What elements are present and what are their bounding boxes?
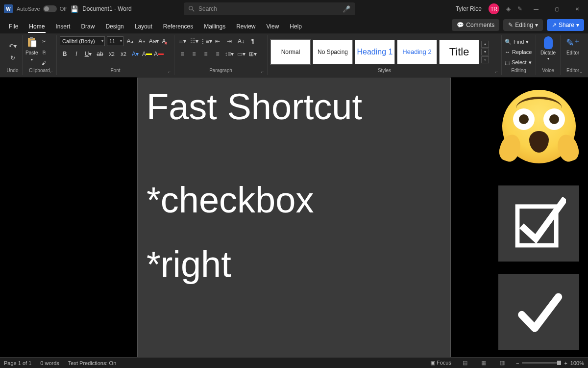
tab-design[interactable]: Design xyxy=(100,20,128,33)
zoom-in-icon[interactable]: + xyxy=(564,360,567,366)
zoom-slider[interactable] xyxy=(522,362,561,364)
highlight-button[interactable]: A xyxy=(142,49,152,59)
paste-button[interactable]: Paste ▾ xyxy=(25,36,38,62)
bold-button[interactable]: B xyxy=(60,49,70,59)
dictate-button[interactable]: Dictate ▾ xyxy=(539,36,557,61)
styles-scroll-down[interactable]: ▾ xyxy=(481,49,489,55)
shading-button[interactable]: ▭▾ xyxy=(236,49,246,59)
style-title[interactable]: Title xyxy=(439,40,479,64)
font-dialog-launcher[interactable]: ⌐ xyxy=(168,69,173,74)
font-color-button[interactable]: A xyxy=(154,49,164,59)
autosave-label: AutoSave xyxy=(17,6,40,12)
doc-line-1: Fast Shortcut xyxy=(147,88,441,126)
editing-mode-button[interactable]: ✎ Editing ▾ xyxy=(503,19,543,31)
decrease-indent-button[interactable]: ⇤ xyxy=(213,36,222,46)
multilevel-button[interactable]: ⋮≡▾ xyxy=(201,36,211,46)
change-case-button[interactable]: Aa▾ xyxy=(149,36,159,46)
increase-indent-button[interactable]: ⇥ xyxy=(224,36,234,46)
align-left-button[interactable]: ≡ xyxy=(177,49,187,59)
font-name-select[interactable]: Calibri (Body)▾ xyxy=(60,36,105,46)
mic-icon[interactable]: 🎤 xyxy=(343,5,350,13)
word-app-icon: W xyxy=(4,4,13,13)
checkbox-icon xyxy=(512,197,566,251)
status-page[interactable]: Page 1 of 1 xyxy=(4,360,31,366)
avatar[interactable]: TR xyxy=(489,3,499,14)
style-normal[interactable]: Normal xyxy=(270,40,311,64)
checkbox-overlay xyxy=(498,185,579,262)
tab-help[interactable]: Help xyxy=(285,20,307,33)
font-size-select[interactable]: 11▾ xyxy=(107,36,123,46)
focus-mode-button[interactable]: ▣ Focus xyxy=(430,360,451,366)
status-bar: Page 1 of 1 0 words Text Predictions: On… xyxy=(0,357,588,368)
search-input[interactable]: Search 🎤 xyxy=(184,2,355,15)
superscript-button[interactable]: x2 xyxy=(119,49,128,59)
shrink-font-button[interactable]: A▼ xyxy=(137,36,147,46)
redo-button[interactable]: ↻ xyxy=(8,53,18,63)
bullets-button[interactable]: ≣▾ xyxy=(177,36,187,46)
styles-dialog-launcher[interactable]: ⌐ xyxy=(495,69,500,74)
user-name[interactable]: Tyler Rice xyxy=(456,5,482,12)
justify-button[interactable]: ≡ xyxy=(213,49,222,59)
status-predictions[interactable]: Text Predictions: On xyxy=(68,360,116,366)
zoom-value[interactable]: 100% xyxy=(570,360,584,366)
text-effects-button[interactable]: A▾ xyxy=(130,49,140,59)
clear-format-button[interactable]: A✖ xyxy=(161,36,171,46)
status-words[interactable]: 0 words xyxy=(40,360,59,366)
save-icon[interactable]: 💾 xyxy=(71,5,78,13)
tab-mailings[interactable]: Mailings xyxy=(199,20,230,33)
styles-scroll-up[interactable]: ▴ xyxy=(481,41,489,48)
read-mode-button[interactable]: ▤ xyxy=(460,359,470,367)
minimize-button[interactable]: — xyxy=(529,0,543,18)
cut-button[interactable]: ✂ xyxy=(40,37,48,45)
zoom-out-icon[interactable]: − xyxy=(516,360,519,366)
underline-button[interactable]: U▾ xyxy=(83,49,93,59)
format-painter-button[interactable]: 🖌 xyxy=(40,59,48,67)
editor-button[interactable]: ✎⁺ Editor xyxy=(564,36,582,55)
tab-view[interactable]: View xyxy=(262,20,284,33)
select-button[interactable]: ⬚ Select ▾ xyxy=(505,58,532,67)
styles-expand[interactable]: ▿ xyxy=(481,56,489,63)
autosave-toggle[interactable]: AutoSave Off xyxy=(17,5,67,12)
collapse-ribbon[interactable]: ⌄ xyxy=(579,69,584,74)
comments-button[interactable]: 💬 Comments xyxy=(452,19,499,31)
show-marks-button[interactable]: ¶ xyxy=(248,36,258,46)
scream-emoji-icon xyxy=(502,90,576,163)
zoom-control[interactable]: − + 100% xyxy=(516,360,584,366)
style-no-spacing[interactable]: No Spacing xyxy=(313,40,353,64)
copy-button[interactable]: ⎘ xyxy=(40,48,48,56)
undo-button[interactable]: ↶▾ xyxy=(8,41,18,51)
paragraph-dialog-launcher[interactable]: ⌐ xyxy=(261,69,266,74)
style-heading1[interactable]: Heading 1 xyxy=(355,40,395,64)
tab-file[interactable]: File xyxy=(4,20,23,33)
tab-layout[interactable]: Layout xyxy=(130,20,157,33)
pen-icon[interactable]: ✎ xyxy=(517,5,522,12)
doc-line-2: *checkbox xyxy=(147,180,441,220)
replace-button[interactable]: ↔ Replace xyxy=(505,48,532,56)
share-button[interactable]: ↗ Share ▾ xyxy=(547,19,584,31)
line-spacing-button[interactable]: ↕≡▾ xyxy=(224,49,234,59)
align-right-button[interactable]: ≡ xyxy=(201,49,211,59)
sort-button[interactable]: A↓ xyxy=(236,36,246,46)
strike-button[interactable]: ab xyxy=(95,49,105,59)
align-center-button[interactable]: ≡ xyxy=(189,49,199,59)
document-page[interactable]: Fast Shortcut *checkbox *right xyxy=(137,78,451,357)
tab-insert[interactable]: Insert xyxy=(50,20,75,33)
subscript-button[interactable]: x2 xyxy=(107,49,117,59)
borders-button[interactable]: ⊞▾ xyxy=(248,49,258,59)
italic-button[interactable]: I xyxy=(72,49,81,59)
maximize-button[interactable]: ▢ xyxy=(550,0,564,18)
find-button[interactable]: 🔍 Find ▾ xyxy=(505,37,529,46)
clipboard-dialog-launcher[interactable]: ⌐ xyxy=(50,69,55,74)
tab-home[interactable]: Home xyxy=(24,20,49,33)
tab-draw[interactable]: Draw xyxy=(76,20,99,33)
tab-references[interactable]: References xyxy=(158,20,198,33)
style-heading2[interactable]: Heading 2 xyxy=(397,40,437,64)
undo-group-label: Undo xyxy=(6,67,19,74)
web-layout-button[interactable]: ▥ xyxy=(497,359,507,367)
diamond-icon[interactable]: ◈ xyxy=(506,5,511,12)
grow-font-button[interactable]: A▲ xyxy=(125,36,135,46)
tab-review[interactable]: Review xyxy=(231,20,260,33)
numbering-button[interactable]: ☷▾ xyxy=(189,36,199,46)
close-button[interactable]: ✕ xyxy=(570,0,584,18)
print-layout-button[interactable]: ▦ xyxy=(479,359,489,367)
